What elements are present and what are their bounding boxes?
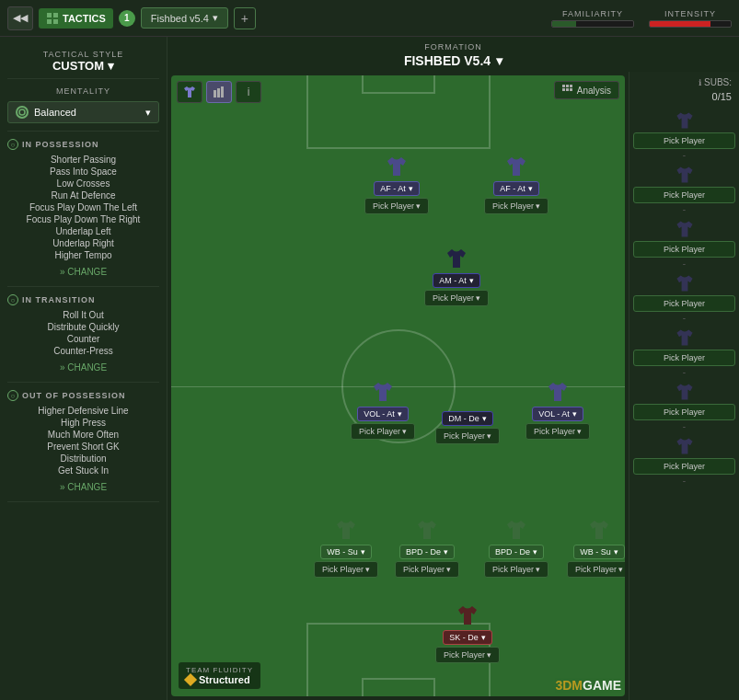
sub-shirt: [674, 164, 696, 186]
subs-count: 0/15: [633, 91, 735, 102]
chevron-down-icon: ▾: [409, 184, 413, 193]
mentality-select[interactable]: Balanced ▾: [7, 101, 159, 123]
formation-title[interactable]: FISHBED V5.4 ▾: [167, 53, 739, 68]
stats-area: FAMILIARITY INTENSITY: [551, 9, 732, 28]
af2-pick-button[interactable]: Pick Player ▾: [484, 198, 548, 214]
intensity-bar: [649, 20, 732, 28]
dm-role-badge[interactable]: DM - De ▾: [442, 411, 493, 426]
tactical-style-value[interactable]: CUSTOM ▾: [7, 59, 159, 73]
sub-pick-button[interactable]: Pick Player: [633, 350, 735, 366]
bpd1-role-badge[interactable]: BPD - De ▾: [399, 545, 455, 559]
out-of-possession-item: Prevent Short GK: [7, 441, 159, 453]
sub-pick-button[interactable]: Pick Player: [633, 295, 735, 312]
am-role-badge[interactable]: AM - At ▾: [433, 273, 480, 288]
shirt-tab[interactable]: [177, 81, 202, 103]
dm-pick-button[interactable]: Pick Player ▾: [435, 428, 500, 444]
fluidity-value[interactable]: Structured: [186, 674, 253, 685]
svg-rect-11: [562, 88, 565, 91]
bpd2-pick-button[interactable]: Pick Player ▾: [484, 561, 548, 578]
familiarity-block: FAMILIARITY: [551, 9, 634, 28]
sub-slot: Pick Player-: [633, 379, 735, 433]
position-af2: AF - At ▾ Pick Player ▾: [484, 154, 548, 214]
wb1-pick-button[interactable]: Pick Player ▾: [314, 561, 378, 578]
chevron-down-icon: ▾: [481, 633, 486, 642]
tactical-style-label: TACTICAL STYLE: [7, 50, 159, 59]
in-transition-label: IN TRANSITION: [22, 295, 96, 304]
vol2-pick-button[interactable]: Pick Player ▾: [525, 423, 590, 440]
bar-chart-tab[interactable]: [206, 81, 232, 103]
sub-slot: Pick Player-: [633, 325, 735, 379]
main-layout: TACTICAL STYLE CUSTOM ▾ MENTALITY Balanc…: [0, 37, 739, 700]
chevron-down-icon: ▾: [528, 184, 533, 193]
analysis-button[interactable]: Analysis: [554, 81, 619, 99]
sub-slot: Pick Player-: [633, 162, 735, 216]
am-shirt: [444, 246, 469, 271]
out-of-possession-change[interactable]: » CHANGE: [56, 480, 110, 494]
diamond-icon: [184, 673, 197, 686]
sub-slot: Pick Player-: [633, 216, 735, 270]
vol1-pick-button[interactable]: Pick Player ▾: [351, 423, 415, 440]
familiarity-bar: [551, 20, 634, 28]
in-transition-icon: ○: [7, 294, 18, 305]
sub-pick-button[interactable]: Pick Player: [633, 241, 735, 258]
sub-dash: -: [683, 204, 686, 214]
tactics-tab[interactable]: Fishbed v5.4 ▾: [141, 7, 228, 29]
in-possession-item: Low Crosses: [7, 178, 159, 189]
tactics-button[interactable]: TACTICS: [39, 8, 113, 29]
sub-shirt: [674, 327, 696, 349]
sub-slot: Pick Player-: [633, 270, 735, 325]
wb2-role-badge[interactable]: WB - Su ▾: [573, 545, 625, 559]
back-button[interactable]: ◀◀: [7, 6, 33, 30]
sidebar: TACTICAL STYLE CUSTOM ▾ MENTALITY Balanc…: [0, 37, 167, 700]
position-dm: DM - De ▾ Pick Player ▾: [435, 411, 500, 444]
am-pick-button[interactable]: Pick Player ▾: [424, 290, 489, 306]
in-transition-item: Counter: [7, 333, 159, 345]
chevron-down-icon: ▾: [469, 276, 474, 285]
chevron-down-icon: ▾: [487, 650, 491, 660]
bpd1-pick-button[interactable]: Pick Player ▾: [395, 561, 459, 578]
in-transition-item: Roll It Out: [7, 309, 159, 321]
in-possession-item: Shorter Passing: [7, 154, 159, 166]
in-possession-label: IN POSSESSION: [22, 140, 99, 149]
wb1-role-badge[interactable]: WB - Su ▾: [320, 545, 372, 559]
add-tab-button[interactable]: +: [234, 7, 256, 29]
chevron-down-icon: ▾: [444, 547, 448, 557]
pitch-goal-top: [362, 75, 435, 94]
position-am: AM - At ▾ Pick Player ▾: [424, 246, 489, 306]
svg-point-4: [19, 109, 25, 115]
in-possession-item: Higher Tempo: [7, 249, 159, 261]
af2-role-badge[interactable]: AF - At ▾: [493, 181, 539, 196]
familiarity-fill: [552, 21, 576, 27]
in-possession-header: ○ IN POSSESSION: [7, 139, 159, 150]
in-possession-item: Underlap Left: [7, 225, 159, 237]
af1-pick-button[interactable]: Pick Player ▾: [364, 198, 429, 214]
wb2-pick-button[interactable]: Pick Player ▾: [567, 561, 625, 578]
sub-dash: -: [683, 258, 686, 269]
sub-dash: -: [683, 476, 686, 486]
info-tab[interactable]: i: [236, 81, 261, 103]
in-transition-change[interactable]: » CHANGE: [56, 361, 110, 374]
svg-rect-12: [566, 88, 569, 91]
sub-slot: Pick Player-: [633, 433, 735, 488]
in-possession-icon: ○: [7, 139, 18, 150]
out-of-possession-label: OUT OF POSSESSION: [22, 391, 126, 400]
svg-rect-0: [47, 13, 52, 17]
in-possession-change[interactable]: » CHANGE: [56, 265, 110, 279]
mentality-section: MENTALITY Balanced ▾: [7, 86, 159, 132]
analysis-icon: [562, 85, 573, 96]
sub-pick-button[interactable]: Pick Player: [633, 187, 735, 203]
formation-header: FORMATION: [167, 37, 739, 53]
vol2-role-badge[interactable]: VOL - At ▾: [532, 407, 583, 421]
sk-role-badge[interactable]: SK - De ▾: [443, 630, 492, 645]
mentality-title: MENTALITY: [7, 86, 159, 96]
sub-pick-button[interactable]: Pick Player: [633, 132, 735, 149]
af1-role-badge[interactable]: AF - At ▾: [374, 181, 420, 196]
subs-header: ℹ SUBS:: [633, 75, 735, 89]
sub-pick-button[interactable]: Pick Player: [633, 458, 735, 475]
in-transition-item: Distribute Quickly: [7, 321, 159, 333]
vol1-role-badge[interactable]: VOL - At ▾: [357, 407, 409, 421]
chevron-down-icon: ▾: [482, 414, 487, 423]
bpd2-role-badge[interactable]: BPD - De ▾: [489, 545, 544, 559]
sk-pick-button[interactable]: Pick Player ▾: [435, 647, 500, 663]
sub-pick-button[interactable]: Pick Player: [633, 404, 735, 420]
